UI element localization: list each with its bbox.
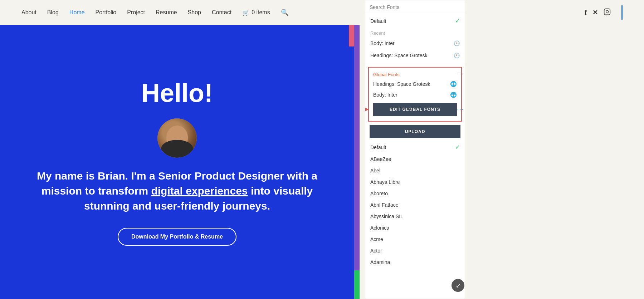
bottom-right-tool-icon[interactable]: ↙ [452, 279, 464, 292]
recent-headings-space[interactable]: Headings: Space Grotesk 🕐 [365, 49, 465, 62]
font-item-actor[interactable]: Actor [365, 245, 465, 256]
font-default-label: Default [370, 18, 386, 24]
font-default-item[interactable]: Default ✓ [365, 14, 465, 28]
three-dots-menu-2[interactable]: ⋮ [457, 107, 464, 114]
svg-point-2 [609, 10, 609, 10]
font-list: Default ✓ ABeeZee Abel Abhaya Libre Abor… [365, 141, 465, 299]
nav-shop[interactable]: Shop [188, 9, 201, 16]
nav-home[interactable]: Home [69, 9, 85, 16]
facebook-icon[interactable]: f [585, 9, 587, 16]
pink-accent-bar [349, 25, 354, 46]
edit-global-fonts-button[interactable]: EDIT GLOBAL FONTS [373, 103, 457, 116]
nav-about[interactable]: About [21, 9, 36, 16]
cursor-icon: ↖ [406, 106, 415, 114]
hero-bio: My name is Brian. I'm a Senior Product D… [29, 168, 326, 214]
global-body-label: Body: Inter [373, 92, 397, 98]
font-item-adamina-label: Adamina [370, 259, 390, 265]
font-item-acme-label: Acme [370, 236, 383, 242]
font-item-abhaya-label: Abhaya Libre [370, 179, 400, 185]
font-item-abyssinica[interactable]: Abyssinica SIL [365, 211, 465, 222]
font-item-abyssinica-label: Abyssinica SIL [370, 214, 403, 219]
global-body-item[interactable]: Body: Inter 🌐 [369, 89, 461, 100]
nav-project[interactable]: Project [127, 9, 145, 16]
svg-rect-0 [604, 9, 610, 15]
avatar-image [157, 118, 197, 158]
avatar-body [161, 140, 193, 158]
global-fonts-title: Global Fonts [369, 70, 461, 79]
hero-greeting: Hello! [141, 78, 213, 108]
globe-icon-2: 🌐 [450, 92, 457, 98]
social-icons: f ✕ [585, 8, 611, 17]
font-item-abril-label: Abril Fatface [370, 202, 399, 208]
font-item-aboreto-label: Aboreto [370, 191, 388, 196]
nav-divider [621, 5, 623, 20]
global-headings-label: Headings: Space Grotesk [373, 81, 430, 87]
nav-links: About Blog Home Portfolio Project Resume… [21, 9, 289, 16]
font-search-container[interactable] [365, 0, 465, 14]
recent-headings-label: Headings: Space Grotesk [370, 53, 428, 58]
recent-body-inter[interactable]: Body: Inter 🕐 [365, 37, 465, 49]
navigation: About Blog Home Portfolio Project Resume… [0, 0, 644, 25]
font-item-abeezee[interactable]: ABeeZee [365, 153, 465, 165]
divider-1 [365, 63, 465, 63]
purple-accent-bar [354, 25, 360, 299]
font-search-input[interactable] [370, 4, 460, 10]
font-item-actor-label: Actor [370, 248, 382, 254]
upload-button[interactable]: UPLOAD [370, 125, 460, 138]
hero-section: Hello! My name is Brian. I'm a Senior Pr… [0, 25, 354, 299]
font-item-abeezee-label: ABeeZee [370, 156, 391, 162]
hero-underline-text: digital experiences [151, 185, 248, 197]
check-icon-default: ✓ [455, 144, 460, 151]
font-item-default[interactable]: Default ✓ [365, 141, 465, 153]
font-item-acme[interactable]: Acme [365, 234, 465, 245]
global-headings-item[interactable]: Headings: Space Grotesk 🌐 [369, 79, 461, 89]
font-item-abel[interactable]: Abel [365, 165, 465, 176]
clock-icon-2: 🕐 [454, 53, 460, 58]
font-item-aclonica[interactable]: Aclonica [365, 222, 465, 234]
download-btn[interactable]: Download My Portfolio & Resume [118, 228, 236, 246]
red-arrow-icon [365, 104, 369, 114]
font-item-default-label: Default [370, 144, 386, 150]
nav-portfolio[interactable]: Portfolio [96, 9, 117, 16]
font-item-abhaya[interactable]: Abhaya Libre [365, 176, 465, 188]
cart-count: 0 items [252, 9, 270, 16]
nav-blog[interactable]: Blog [47, 9, 59, 16]
nav-cart[interactable]: 🛒 0 items [242, 9, 270, 16]
nav-right: f ✕ [585, 5, 623, 20]
three-dots-menu-1[interactable]: ⋮ [457, 71, 464, 78]
font-item-aclonica-label: Aclonica [370, 225, 389, 231]
font-panel: Default ✓ Recent Body: Inter 🕐 Headings:… [365, 0, 465, 299]
font-item-abril[interactable]: Abril Fatface [365, 199, 465, 211]
font-item-abel-label: Abel [370, 168, 380, 173]
font-item-adamina[interactable]: Adamina [365, 256, 465, 268]
recent-body-inter-label: Body: Inter [370, 40, 395, 46]
global-fonts-box: Global Fonts Headings: Space Grotesk 🌐 B… [368, 67, 462, 122]
globe-icon-1: 🌐 [450, 81, 457, 87]
upload-btn-wrapper: UPLOAD [365, 124, 465, 141]
instagram-icon[interactable] [604, 8, 611, 17]
green-accent-bar [354, 270, 360, 299]
clock-icon-1: 🕐 [454, 40, 460, 46]
cart-icon: 🛒 [242, 9, 249, 16]
check-icon: ✓ [455, 18, 460, 24]
twitter-icon[interactable]: ✕ [592, 9, 598, 16]
svg-point-1 [606, 10, 609, 13]
recent-label: Recent [365, 28, 465, 37]
search-icon[interactable]: 🔍 [281, 9, 289, 16]
hero-avatar [157, 118, 197, 158]
nav-contact[interactable]: Contact [212, 9, 231, 16]
font-item-aboreto[interactable]: Aboreto [365, 188, 465, 199]
nav-resume[interactable]: Resume [156, 9, 177, 16]
edit-global-btn-wrapper: EDIT GLOBAL FONTS ↖ [369, 100, 461, 119]
